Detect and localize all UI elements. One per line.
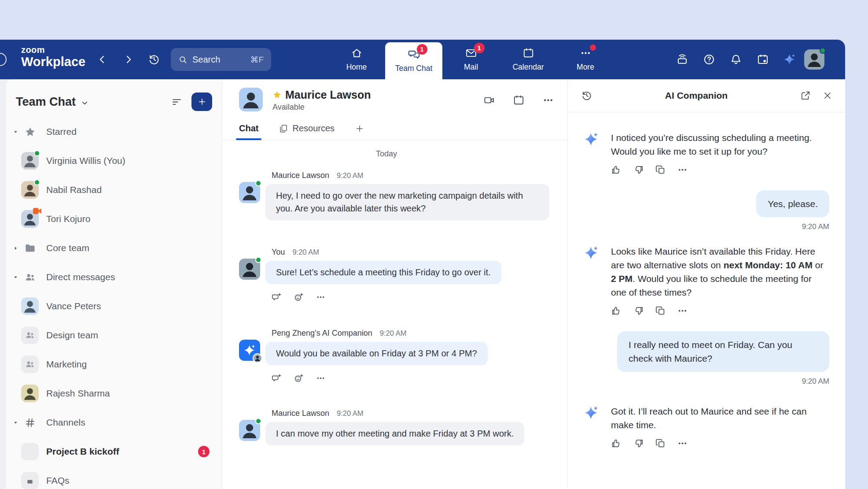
chat-tab-chat[interactable]: Chat [239,117,258,140]
day-divider: Today [239,149,534,159]
chat-tab-icon[interactable] [355,117,364,140]
more-actions-button[interactable] [316,292,326,302]
ai-companion-button[interactable] [783,53,796,66]
ai-companion-panel: AI Companion I noticed you’re discussing… [568,79,845,489]
thumbs-up-button[interactable] [611,164,622,175]
sidebar-item-faqs[interactable]: FAQs [6,466,222,489]
new-chat-button[interactable] [191,93,212,111]
sidebar-item-project-b-kickoff[interactable]: Project B kickoff 1 [6,437,222,466]
sidebar-item-label: Marketing [46,359,87,370]
chevron-down-icon[interactable] [80,98,90,108]
schedule-meeting-button[interactable] [513,94,525,106]
presence-online-dot [255,418,261,424]
nav-tab-more[interactable]: More [557,40,614,79]
add-reaction-button[interactable] [294,292,304,302]
caret-right-icon[interactable] [12,245,19,252]
top-bar: zoom Workplace Search ⌘F Home 1 Team Cha… [0,40,845,79]
thumbs-down-button[interactable] [633,164,644,175]
user-prompt: Yes, please. 9:20 AM [584,190,829,231]
history-icon[interactable] [581,90,592,101]
open-in-new-window-icon[interactable] [800,90,811,101]
ai-response-actions [611,438,829,449]
history-button[interactable] [148,53,160,66]
more-options-button[interactable] [542,94,554,106]
sidebar-item-starred[interactable]: Starred [6,117,222,146]
copy-button[interactable] [655,305,666,316]
quote-reply-button[interactable] [272,292,282,302]
ai-response: Looks like Maurice isn’t available this … [584,244,829,316]
message-hover-actions [272,373,567,383]
sidebar-item-rajesh-sharma[interactable]: Rajesh Sharma [6,379,222,408]
start-video-meeting-button[interactable] [483,94,495,106]
sidebar-item-direct-messages[interactable]: Direct messages [6,263,222,292]
back-button[interactable] [96,53,108,66]
nav-tab-label: More [577,63,594,72]
close-icon[interactable] [822,90,833,101]
connect-device-button[interactable] [676,53,688,66]
plus-icon [197,97,207,107]
message-author: Maurice Lawson [272,171,329,180]
nav-tab-team-chat[interactable]: 1 Team Chat [385,42,442,79]
logo-zoom-text: zoom [21,45,85,55]
more-actions-button[interactable] [677,164,688,175]
sidebar-item-marketing[interactable]: Marketing [6,350,222,379]
sidebar-item-label: Channels [46,417,85,428]
ai-response: Got it. I’ll reach out to Maurice and se… [584,404,829,449]
calendar-icon [522,47,534,59]
sidebar-item-vance-peters[interactable]: Vance Peters [6,292,222,321]
people-icon [25,330,35,341]
filter-button[interactable] [171,96,183,108]
notifications-button[interactable] [730,53,742,66]
profile-avatar[interactable] [804,49,824,70]
sparkle-icon [584,405,599,420]
logo-workplace-text: Workplace [21,55,85,69]
star-icon [24,126,36,138]
sidebar-item-tori-kojuro[interactable]: Tori Kojuro [6,204,222,233]
lock-icon [25,476,35,485]
thumbs-up-button[interactable] [611,305,622,316]
more-actions-button[interactable] [677,438,688,449]
nav-tab-calendar[interactable]: Calendar [500,40,557,79]
sidebar-item-design-team[interactable]: Design team [6,321,222,350]
unread-badge: 1 [198,446,210,457]
add-reaction-button[interactable] [294,373,304,383]
chat-tab-resources[interactable]: Resources [279,117,335,140]
sidebar-header: Team Chat [6,79,222,111]
sidebar-item-label: Starred [46,126,77,137]
ai-response: I noticed you’re discussing scheduling a… [584,131,829,175]
calendar-button[interactable] [757,53,769,66]
message-author-row: Maurice Lawson 9:20 AM [265,170,567,181]
more-actions-button[interactable] [316,373,326,383]
sidebar-item-core-team[interactable]: Core team [6,233,222,263]
thumbs-up-button[interactable] [611,438,622,449]
search-input[interactable]: Search ⌘F [171,48,271,71]
sidebar-item-virginia-willis-you[interactable]: Virginia Willis (You) [6,146,222,175]
help-button[interactable] [703,53,715,66]
thumbs-down-button[interactable] [633,305,644,316]
sidebar: Team Chat Starred Virginia Willis (You) … [6,79,222,489]
sidebar-item-nabil-rashad[interactable]: Nabil Rashad [6,175,222,204]
ai-panel-header: AI Companion [568,79,845,112]
nav-tab-mail[interactable]: 1 Mail [442,40,500,79]
unread-badge: 1 [474,43,485,53]
forward-button[interactable] [122,53,135,66]
sidebar-item-label: Project B kickoff [46,446,119,457]
more-actions-button[interactable] [677,305,688,316]
presence-online-dot [255,257,261,263]
main-nav-tabs: Home 1 Team Chat 1 Mail Calendar More [328,40,614,79]
chat-message: You 9:20 AM Sure! Let’s schedule a meeti… [239,247,567,302]
copy-button[interactable] [655,164,666,175]
caret-down-icon[interactable] [12,129,19,135]
message-time: 9:20 AM [337,409,364,417]
sidebar-item-channels[interactable]: Channels [6,408,222,437]
thumbs-down-button[interactable] [633,438,644,449]
quote-reply-button[interactable] [272,373,282,383]
caret-down-icon[interactable] [12,419,19,426]
copy-button[interactable] [655,438,666,449]
sidebar-item-label: Tori Kojuro [46,214,90,224]
chat-tab-label: Chat [239,123,258,133]
caret-down-icon[interactable] [12,274,19,281]
nav-tab-home[interactable]: Home [328,40,385,79]
message-author: Peng Zheng’s AI Companion [272,329,372,337]
avatar [239,182,260,203]
